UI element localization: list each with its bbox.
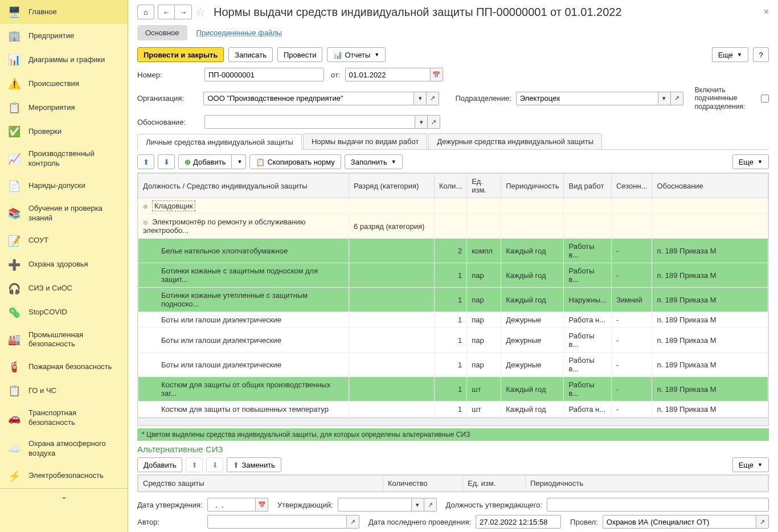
table-row[interactable]: Боты или галоши диэлектрические1парДежур… — [138, 353, 768, 377]
sidebar-item-fire[interactable]: 🧯Пожарная безопасность — [0, 355, 128, 379]
close-icon[interactable]: × — [764, 7, 769, 17]
table-more-button[interactable]: Еще▼ — [732, 154, 769, 169]
table-row[interactable]: Белье нательное хлопчатобумажное2комплКа… — [138, 239, 768, 263]
dropdown-icon[interactable]: ▾ — [658, 92, 671, 105]
sidebar-item-emergency[interactable]: 📋ГО и ЧС — [0, 379, 128, 403]
col-unit[interactable]: Ед. изм. — [467, 174, 501, 198]
dropdown-icon[interactable]: ▾ — [415, 115, 428, 129]
col-grade[interactable]: Разряд (категория) — [349, 174, 435, 198]
open-icon[interactable]: ↗ — [671, 92, 683, 105]
alt-col-period[interactable]: Периодичность — [526, 476, 768, 492]
col-period[interactable]: Периодичность — [501, 174, 564, 198]
table-group-row[interactable]: ⊕Кладовщик — [138, 198, 768, 214]
sidebar-item-health[interactable]: ➕Охрана здоровья — [0, 253, 128, 277]
dept-input[interactable] — [516, 92, 658, 105]
open-icon[interactable]: ↗ — [427, 92, 439, 105]
table-row[interactable]: Костюм для защиты от общих производствен… — [138, 377, 768, 402]
col-position[interactable]: Должность / Средство индивидуальной защи… — [138, 174, 349, 198]
replace-button[interactable]: ⬆Заменить — [227, 457, 281, 472]
col-work[interactable]: Вид работ — [564, 174, 611, 198]
post-close-button[interactable]: Провести и закрыть — [137, 47, 224, 62]
save-button[interactable]: Записать — [228, 47, 273, 62]
subtab-main[interactable]: Основное — [137, 25, 187, 40]
sidebar-expand[interactable]: ⌄ — [0, 488, 128, 504]
move-down-button[interactable]: ⬇ — [158, 154, 175, 169]
sidebar-label: Производственный контроль — [28, 149, 120, 169]
approver-position-input[interactable] — [547, 498, 769, 511]
horizontal-scrollbar[interactable] — [138, 418, 768, 425]
help-button[interactable]: ? — [753, 47, 769, 62]
reason-input[interactable] — [204, 115, 415, 129]
sidebar-item-incidents[interactable]: ⚠️Происшествия — [0, 72, 128, 96]
expand-icon[interactable]: ⊕ — [143, 203, 150, 210]
sidebar-item-industrial[interactable]: 🏭Промышленная безопасность — [0, 325, 128, 355]
post-button[interactable]: Провести — [277, 47, 323, 62]
sidebar-item-checks[interactable]: ✅Проверки — [0, 120, 128, 144]
table-row[interactable]: Боты или галоши диэлектрические1парДежур… — [138, 312, 768, 328]
table-group-row[interactable]: ⊖Электромонтёр по ремонту и обслуживанию… — [138, 214, 768, 239]
alt-col-item[interactable]: Средство защиты — [138, 476, 383, 492]
alt-more-button[interactable]: Еще▼ — [732, 457, 769, 472]
nav-back-button[interactable]: ← — [158, 5, 175, 19]
tab-personal[interactable]: Личные средства индивидуальной защиты — [137, 134, 302, 150]
last-post-input[interactable] — [476, 515, 561, 529]
sidebar-item-training[interactable]: 📚Обучение и проверка знаний — [0, 198, 128, 229]
nav-forward-button[interactable]: → — [175, 5, 192, 19]
open-icon[interactable]: ↗ — [756, 515, 769, 529]
dropdown-icon[interactable]: ▾ — [414, 92, 427, 105]
transport-icon: 🚗 — [8, 412, 21, 424]
sidebar-item-control[interactable]: 📈Производственный контроль — [0, 144, 128, 174]
home-button[interactable]: ⌂ — [137, 5, 154, 19]
date-input[interactable] — [345, 68, 431, 81]
sidebar-item-ppe[interactable]: 🎧СИЗ и СиОС — [0, 277, 128, 301]
org-input[interactable] — [203, 92, 414, 105]
subtab-files[interactable]: Присоединенные файлы — [189, 25, 290, 40]
sidebar-item-air[interactable]: ☁️Охрана атмосферного воздуха — [0, 433, 128, 464]
open-icon[interactable]: ↗ — [347, 515, 359, 529]
permit-icon: 📄 — [8, 180, 21, 193]
number-input[interactable] — [204, 68, 324, 81]
sidebar-item-sout[interactable]: 📝СОУТ — [0, 229, 128, 253]
approver-input[interactable] — [338, 498, 412, 511]
more-button[interactable]: Еще▼ — [712, 47, 748, 62]
col-reason[interactable]: Обоснование — [652, 174, 768, 198]
sidebar-item-company[interactable]: 🏢Предприятие — [0, 24, 128, 48]
add-dropdown-button[interactable]: ▼ — [232, 154, 246, 169]
sidebar-item-electric[interactable]: ⚡Электробезопасность — [0, 464, 128, 488]
collapse-icon[interactable]: ⊖ — [143, 219, 150, 226]
favorite-icon[interactable]: ☆ — [195, 5, 206, 19]
calendar-icon[interactable]: 📅 — [431, 68, 443, 81]
dropdown-icon[interactable]: ▾ — [412, 498, 424, 511]
sidebar-item-events[interactable]: 📋Мероприятия — [0, 96, 128, 120]
sidebar-item-transport[interactable]: 🚗Транспортная безопасность — [0, 403, 128, 433]
approve-date-input[interactable] — [207, 498, 256, 511]
col-qty[interactable]: Коли... — [435, 174, 467, 198]
tab-norms-work[interactable]: Нормы выдачи по видам работ — [303, 133, 427, 149]
sidebar-item-main[interactable]: 🖥️Главное — [0, 0, 128, 24]
open-icon[interactable]: ↗ — [424, 498, 437, 511]
alt-down-button[interactable]: ⬇ — [206, 457, 223, 472]
move-up-button[interactable]: ⬆ — [137, 154, 154, 169]
alt-add-button[interactable]: Добавить — [137, 457, 182, 472]
table-row[interactable]: Костюм для защиты от повышенных температ… — [138, 402, 768, 418]
fill-button[interactable]: Заполнить▼ — [345, 154, 403, 169]
sidebar-item-covid[interactable]: 🦠StopCOVID — [0, 301, 128, 325]
table-row[interactable]: Ботинки кожаные утепленные с защитным по… — [138, 288, 768, 312]
copy-norm-button[interactable]: 📋Скопировать норму — [249, 154, 341, 169]
add-button[interactable]: ⊕Добавить — [178, 154, 232, 169]
sidebar-item-charts[interactable]: 📊Диаграммы и графики — [0, 48, 128, 72]
author-input[interactable] — [207, 515, 347, 529]
posted-by-input[interactable] — [603, 515, 756, 529]
calendar-icon[interactable]: 📅 — [256, 498, 268, 511]
alt-up-button[interactable]: ⬆ — [186, 457, 203, 472]
sidebar-item-permits[interactable]: 📄Наряды-допуски — [0, 174, 128, 198]
table-row[interactable]: Боты или галоши диэлектрические1парДежур… — [138, 328, 768, 353]
reports-button[interactable]: 📊Отчеты▼ — [327, 47, 386, 62]
open-icon[interactable]: ↗ — [428, 115, 440, 129]
table-row[interactable]: Ботинки кожаные с защитным подноском для… — [138, 263, 768, 288]
alt-col-qty[interactable]: Количество — [383, 476, 463, 492]
alt-col-unit[interactable]: Ед. изм. — [463, 476, 526, 492]
tab-duty[interactable]: Дежурные средства индивидуальной защиты — [428, 133, 602, 149]
subdept-checkbox[interactable] — [761, 95, 769, 103]
col-season[interactable]: Сезонн... — [611, 174, 652, 198]
